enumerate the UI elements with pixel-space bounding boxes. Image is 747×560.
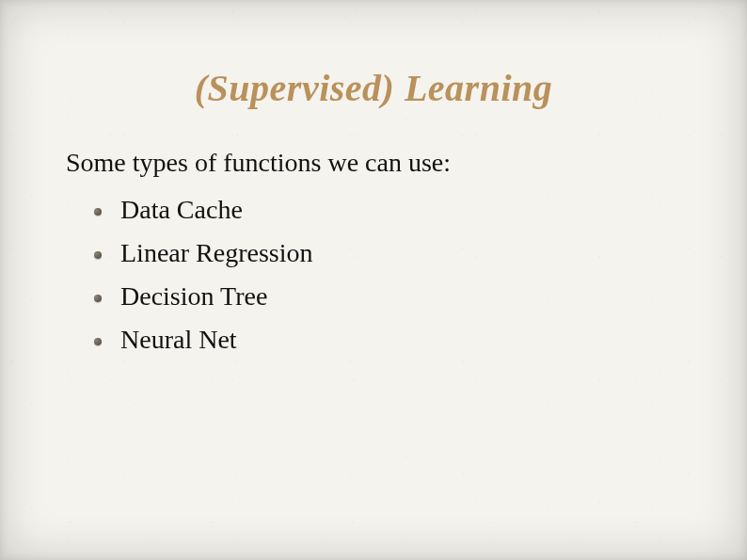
slide-intro-text: Some types of functions we can use:: [66, 148, 681, 178]
list-item: Neural Net: [94, 325, 681, 355]
list-item-label: Data Cache: [120, 195, 243, 224]
list-item: Decision Tree: [94, 281, 681, 312]
bullet-list: Data Cache Linear Regression Decision Tr…: [66, 195, 681, 355]
list-item-label: Decision Tree: [120, 281, 267, 311]
list-item: Data Cache: [94, 195, 681, 225]
slide: (Supervised) Learning Some types of func…: [0, 0, 747, 560]
slide-title: (Supervised) Learning: [66, 66, 681, 110]
list-item-label: Neural Net: [120, 325, 237, 354]
list-item: Linear Regression: [94, 238, 681, 268]
list-item-label: Linear Regression: [120, 238, 313, 267]
